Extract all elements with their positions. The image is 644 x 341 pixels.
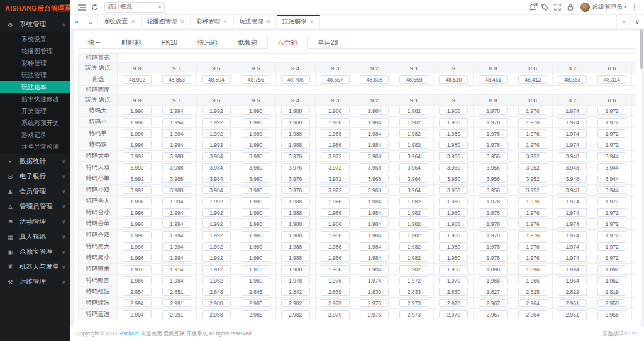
- odds-input[interactable]: [162, 163, 191, 171]
- odds-input[interactable]: [518, 197, 547, 205]
- odds-input[interactable]: [479, 152, 508, 160]
- odds-input[interactable]: [360, 152, 389, 160]
- nav-tab[interactable]: 玩法管理✕: [234, 15, 277, 28]
- odds-input[interactable]: [360, 310, 389, 318]
- sidebar-item[interactable]: 赔率快速修改: [0, 93, 70, 105]
- odds-input[interactable]: [202, 288, 231, 296]
- odds-input[interactable]: [321, 288, 350, 296]
- sidebar-item[interactable]: 轮播图管理: [0, 45, 70, 57]
- odds-input[interactable]: [321, 197, 350, 205]
- odds-input[interactable]: [202, 152, 231, 160]
- sidebar-group[interactable]: ▦真人视讯∨: [0, 229, 70, 244]
- odds-input[interactable]: [202, 242, 231, 251]
- odds-input[interactable]: [558, 186, 587, 194]
- odds-input[interactable]: [123, 265, 152, 273]
- odds-input[interactable]: [242, 208, 270, 217]
- odds-input[interactable]: [399, 276, 428, 284]
- odds-input[interactable]: [399, 175, 428, 183]
- odds-input[interactable]: [321, 129, 350, 138]
- odds-input[interactable]: [202, 107, 231, 115]
- tabs-back-icon[interactable]: «: [70, 15, 84, 28]
- game-tab[interactable]: PK10: [152, 35, 188, 48]
- odds-input[interactable]: [597, 197, 626, 205]
- odds-input[interactable]: [242, 175, 270, 183]
- tag-icon[interactable]: [539, 2, 552, 13]
- odds-input[interactable]: [479, 141, 508, 149]
- odds-input[interactable]: [123, 242, 152, 251]
- odds-input[interactable]: [399, 310, 428, 318]
- odds-input[interactable]: [321, 175, 350, 183]
- odds-input[interactable]: [439, 276, 468, 284]
- odds-input[interactable]: [202, 299, 231, 307]
- close-icon[interactable]: ✕: [223, 19, 228, 24]
- odds-input[interactable]: [479, 197, 508, 205]
- odds-input[interactable]: [202, 186, 231, 194]
- odds-input[interactable]: [281, 288, 310, 296]
- odds-input[interactable]: [558, 141, 587, 149]
- odds-input[interactable]: [321, 163, 350, 171]
- odds-input[interactable]: [123, 118, 152, 126]
- odds-input[interactable]: [123, 310, 152, 318]
- odds-input[interactable]: [123, 208, 152, 217]
- odds-input[interactable]: [360, 129, 389, 138]
- odds-input[interactable]: [597, 152, 626, 160]
- odds-input[interactable]: [597, 75, 626, 84]
- odds-input[interactable]: [439, 288, 468, 296]
- odds-input[interactable]: [321, 220, 350, 228]
- odds-input[interactable]: [321, 242, 350, 251]
- odds-input[interactable]: [558, 75, 587, 84]
- sidebar-item[interactable]: 游戏记录: [0, 129, 70, 141]
- vertical-scrollbar[interactable]: [640, 29, 643, 69]
- odds-input[interactable]: [162, 186, 191, 194]
- odds-input[interactable]: [518, 265, 547, 273]
- odds-input[interactable]: [518, 288, 547, 296]
- odds-input[interactable]: [360, 208, 389, 217]
- game-tab[interactable]: 幸运28: [308, 35, 348, 48]
- odds-input[interactable]: [518, 75, 547, 84]
- odds-input[interactable]: [558, 118, 587, 126]
- odds-input[interactable]: [242, 197, 270, 205]
- odds-input[interactable]: [162, 152, 191, 160]
- game-tab[interactable]: 快乐彩: [187, 35, 228, 48]
- odds-input[interactable]: [162, 288, 191, 296]
- odds-input[interactable]: [439, 265, 468, 273]
- odds-input[interactable]: [281, 254, 310, 262]
- refresh-icon[interactable]: [88, 2, 101, 13]
- odds-input[interactable]: [558, 175, 587, 183]
- odds-input[interactable]: [399, 163, 428, 171]
- odds-input[interactable]: [162, 141, 191, 149]
- odds-input[interactable]: [399, 197, 428, 205]
- odds-input[interactable]: [518, 141, 547, 149]
- odds-input[interactable]: [360, 242, 389, 251]
- odds-input[interactable]: [597, 231, 626, 239]
- odds-input[interactable]: [242, 231, 270, 239]
- odds-input[interactable]: [242, 118, 270, 126]
- odds-input[interactable]: [281, 107, 310, 115]
- tabs-more-icon[interactable]: ∨: [630, 15, 644, 28]
- odds-input[interactable]: [597, 310, 626, 318]
- odds-input[interactable]: [399, 208, 428, 217]
- odds-input[interactable]: [597, 163, 626, 171]
- nav-tab[interactable]: 玩法赔率✕: [277, 15, 320, 28]
- odds-input[interactable]: [162, 265, 191, 273]
- odds-input[interactable]: [162, 107, 191, 115]
- odds-input[interactable]: [281, 141, 310, 149]
- odds-input[interactable]: [162, 242, 191, 251]
- odds-input[interactable]: [281, 197, 310, 205]
- odds-input[interactable]: [202, 129, 231, 138]
- kebab-menu-icon[interactable]: ⋮: [631, 4, 638, 11]
- odds-input[interactable]: [558, 208, 587, 217]
- odds-input[interactable]: [360, 231, 389, 239]
- odds-input[interactable]: [162, 118, 191, 126]
- odds-input[interactable]: [558, 152, 587, 160]
- odds-input[interactable]: [123, 186, 152, 194]
- sidebar-group[interactable]: ⚙系统管理∧: [0, 17, 70, 32]
- odds-input[interactable]: [399, 231, 428, 239]
- odds-input[interactable]: [281, 186, 310, 194]
- close-icon[interactable]: ✕: [309, 19, 314, 25]
- fullscreen-icon[interactable]: [552, 2, 564, 13]
- odds-input[interactable]: [360, 141, 389, 149]
- odds-input[interactable]: [597, 265, 626, 273]
- sidebar-item[interactable]: 玩法管理: [0, 69, 70, 81]
- odds-input[interactable]: [242, 310, 270, 318]
